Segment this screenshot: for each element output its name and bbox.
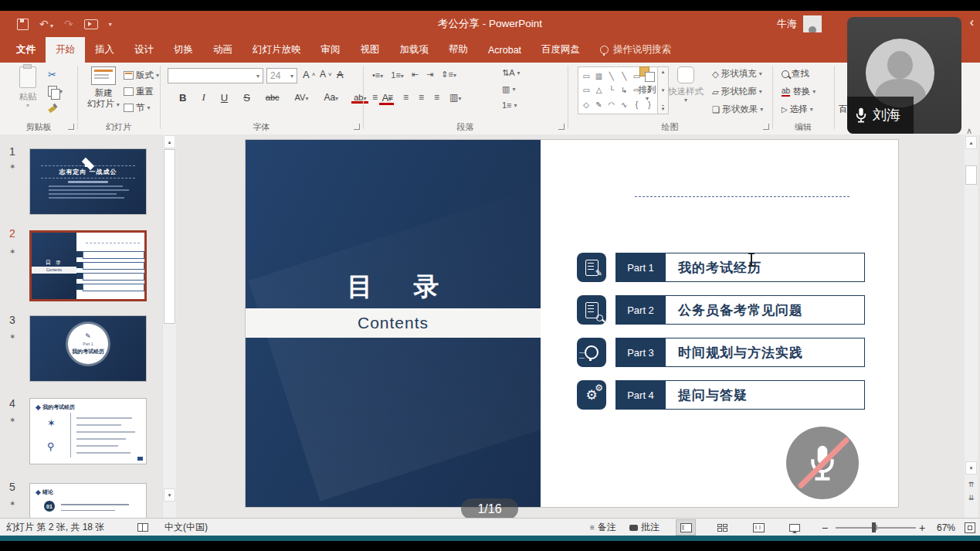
- thumbnail-scrollbar[interactable]: ▴ ▾: [162, 134, 176, 518]
- scrollbar-thumb[interactable]: [965, 165, 977, 185]
- align-center-button[interactable]: ≡: [388, 92, 393, 103]
- decrease-indent-button[interactable]: ⇤: [412, 70, 419, 80]
- previous-slide-button[interactable]: ⇈: [965, 478, 977, 490]
- scroll-down-button[interactable]: ▾: [965, 461, 977, 474]
- spellcheck-book-icon[interactable]: [137, 519, 148, 536]
- clear-formatting-button[interactable]: A: [337, 69, 344, 80]
- tab-animations[interactable]: 动画: [203, 37, 242, 63]
- cut-button[interactable]: ✂: [48, 69, 56, 80]
- shape-effects-button[interactable]: ❏形状效果▾: [712, 104, 763, 115]
- slideshow-view-button[interactable]: [785, 519, 805, 536]
- main-scrollbar[interactable]: ▴ ▾: [965, 134, 978, 518]
- scrollbar-thumb[interactable]: [164, 149, 175, 324]
- justify-button[interactable]: ≡: [419, 92, 424, 103]
- tab-transitions[interactable]: 切换: [164, 37, 203, 63]
- tab-file[interactable]: 文件: [6, 37, 46, 63]
- increase-indent-button[interactable]: ⇥: [426, 70, 433, 80]
- paragraph-dialog-launcher[interactable]: [558, 124, 565, 130]
- zoom-slider-thumb[interactable]: [872, 522, 876, 532]
- columns-button[interactable]: ▥▾: [449, 92, 461, 103]
- slide-thumbnail-2-selected[interactable]: 目 录 Contents: [29, 230, 147, 301]
- slide-sorter-view-button[interactable]: [712, 519, 732, 536]
- slide-subtitle[interactable]: Contents: [358, 314, 429, 332]
- align-right-button[interactable]: ≡: [403, 92, 409, 103]
- quick-styles-button[interactable]: 快速样式▾: [664, 66, 707, 104]
- language-indicator[interactable]: 中文(中国): [164, 519, 208, 536]
- tab-addins[interactable]: 加载项: [390, 37, 439, 63]
- text-direction-button[interactable]: ⇅A▾: [502, 68, 521, 78]
- copy-button[interactable]: ▾: [48, 86, 63, 97]
- scroll-up-button[interactable]: ▴: [965, 136, 977, 149]
- account-avatar[interactable]: [803, 15, 822, 32]
- tab-baidu-netdisk[interactable]: 百度网盘: [531, 37, 590, 63]
- slide-thumbnail-3[interactable]: ✎ Part 1 我的考试经历: [29, 315, 147, 382]
- change-case-button[interactable]: Aa▾: [320, 91, 341, 104]
- tab-acrobat[interactable]: Acrobat: [478, 37, 531, 63]
- character-spacing-button[interactable]: AV▾: [292, 92, 312, 103]
- font-dialog-launcher[interactable]: [354, 124, 360, 130]
- bold-button[interactable]: B: [176, 91, 189, 104]
- slide-counter[interactable]: 幻灯片 第 2 张, 共 18 张: [6, 519, 104, 536]
- animation-star-icon[interactable]: ✶: [9, 162, 15, 171]
- toc-row-4[interactable]: ⚙⚙ Part 4 提问与答疑: [577, 380, 865, 410]
- italic-button[interactable]: I: [198, 90, 208, 104]
- tab-home[interactable]: 开始: [46, 37, 85, 63]
- animation-star-icon[interactable]: ✶: [9, 332, 15, 341]
- drawing-dialog-launcher[interactable]: [763, 124, 769, 130]
- new-slide-button[interactable]: 新建 幻灯片 ▾: [83, 66, 124, 110]
- chevron-left-icon[interactable]: ‹: [970, 15, 974, 29]
- tab-help[interactable]: 帮助: [439, 37, 478, 63]
- scroll-down-button[interactable]: ▾: [164, 488, 175, 502]
- shape-fill-button[interactable]: ◇形状填充▾: [712, 68, 762, 80]
- webcam-overlay[interactable]: 刘海: [847, 17, 961, 134]
- account-name[interactable]: 牛海: [777, 11, 797, 37]
- font-name-combo[interactable]: ▾: [168, 68, 263, 83]
- normal-view-button[interactable]: [676, 519, 696, 536]
- font-size-combo[interactable]: 24▾: [266, 68, 297, 83]
- numbering-button[interactable]: 1≡▾: [391, 70, 404, 80]
- fit-to-window-button[interactable]: [965, 519, 975, 536]
- animation-star-icon[interactable]: ✶: [9, 416, 15, 424]
- tab-insert[interactable]: 插入: [85, 37, 124, 63]
- text-shadow-button[interactable]: abc: [263, 92, 283, 103]
- zoom-out-button[interactable]: −: [822, 519, 828, 536]
- scroll-up-button[interactable]: ▴: [164, 135, 175, 148]
- paste-button[interactable]: 粘贴▾: [11, 66, 45, 110]
- comments-button[interactable]: 批注: [629, 519, 660, 536]
- reset-button[interactable]: 重置: [124, 86, 154, 97]
- zoom-in-button[interactable]: +: [919, 519, 925, 536]
- bullets-button[interactable]: •≡▾: [372, 70, 383, 80]
- line-spacing-button[interactable]: ⇕≡▾: [441, 70, 456, 80]
- grow-font-button[interactable]: A˄: [303, 69, 315, 80]
- slide-thumbnail-5[interactable]: 绪论 01 02: [29, 483, 147, 518]
- underline-button[interactable]: U: [218, 91, 231, 104]
- align-text-button[interactable]: ▥▾: [502, 84, 515, 94]
- replace-button[interactable]: ab替换▾: [782, 86, 816, 97]
- toc-row-3[interactable]: Part 3 时间规划与方法实践: [577, 338, 865, 367]
- highlight-color-button[interactable]: ab▾: [351, 92, 369, 103]
- animation-star-icon[interactable]: ✶: [9, 499, 15, 508]
- toc-row-2[interactable]: Part 2 公务员备考常见问题: [577, 295, 865, 325]
- slide-thumbnail-4[interactable]: 我的考试经历 ✶ ⚲: [29, 398, 147, 464]
- zoom-level[interactable]: 67%: [937, 519, 955, 536]
- select-button[interactable]: ▷选择▾: [782, 104, 813, 115]
- arrange-button[interactable]: 排列▾: [630, 66, 664, 103]
- find-button[interactable]: 查找: [782, 68, 809, 80]
- convert-smartart-button[interactable]: 1≡▾: [502, 100, 517, 110]
- animation-star-icon[interactable]: ✶: [9, 247, 15, 256]
- slide-thumbnail-1[interactable]: 志有定向 一战成公: [29, 148, 147, 215]
- next-slide-button[interactable]: ⇊: [965, 491, 977, 503]
- tab-slideshow[interactable]: 幻灯片放映: [242, 37, 311, 63]
- tell-me-search[interactable]: 操作说明搜索: [590, 37, 681, 63]
- notes-button[interactable]: ≡备注: [590, 519, 616, 536]
- strikethrough-button[interactable]: S: [240, 91, 253, 104]
- shrink-font-button[interactable]: A˅: [320, 69, 332, 80]
- layout-button[interactable]: 版式▾: [124, 70, 159, 81]
- section-button[interactable]: 节▾: [124, 102, 151, 114]
- toc-row-1[interactable]: ✎ Part 1 我的考试经历: [577, 253, 865, 282]
- slide-title[interactable]: 目 录: [246, 270, 541, 304]
- clipboard-dialog-launcher[interactable]: [68, 124, 74, 130]
- tab-design[interactable]: 设计: [124, 37, 164, 63]
- format-painter-button[interactable]: [48, 103, 57, 112]
- distribute-button[interactable]: ≡: [434, 92, 439, 103]
